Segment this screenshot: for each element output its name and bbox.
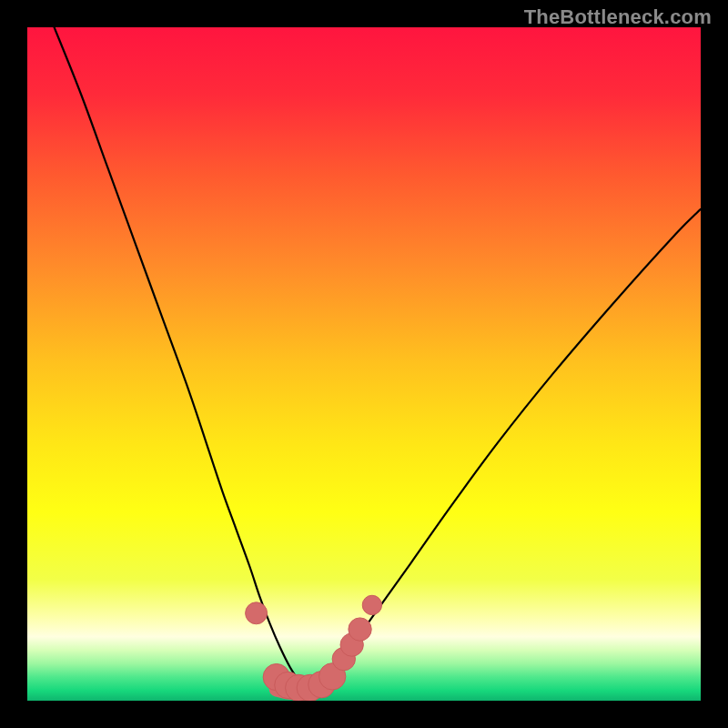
outer-frame: TheBottleneck.com [0,0,728,728]
data-marker [362,595,381,614]
chart-curves [27,27,701,701]
data-marker [349,618,371,641]
plot-area [27,27,701,701]
watermark-text: TheBottleneck.com [524,5,712,29]
v-curve [55,27,701,691]
data-marker [246,602,268,624]
